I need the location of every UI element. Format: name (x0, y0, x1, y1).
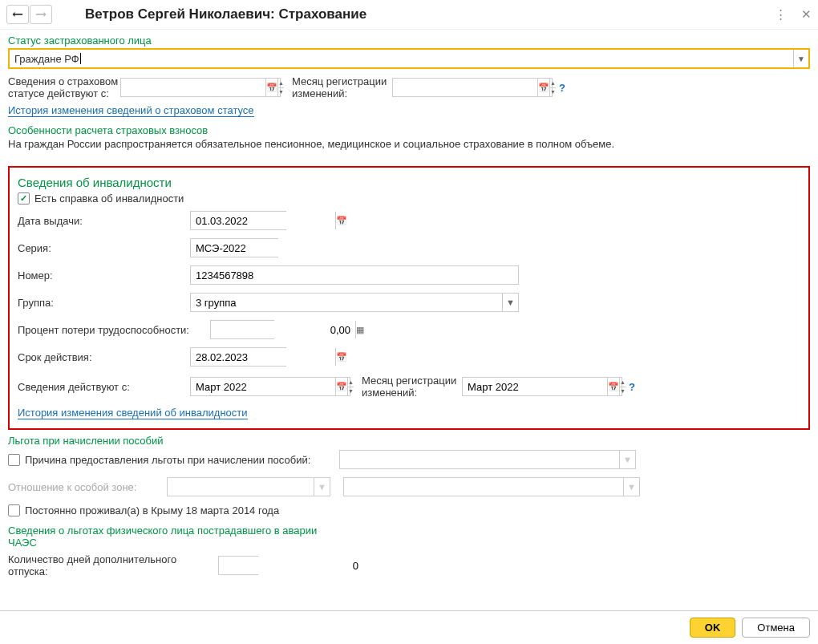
issue-date-input[interactable]: 📅 (190, 211, 286, 230)
group-label: Группа: (18, 297, 190, 309)
has-cert-checkbox[interactable] (18, 192, 30, 205)
calendar-icon[interactable]: 📅 (335, 212, 347, 229)
spin-down-icon[interactable]: ▼ (278, 88, 284, 97)
calendar-icon[interactable]: 📅 (335, 348, 347, 366)
status-change-month-field[interactable] (393, 79, 537, 96)
status-valid-from-field[interactable] (121, 79, 265, 96)
disability-valid-from-label: Сведения действуют с: (18, 381, 190, 393)
calendar-icon[interactable]: 📅 (335, 378, 347, 395)
series-field[interactable] (191, 239, 335, 257)
spin-up-icon[interactable]: ▲ (620, 378, 626, 387)
percent-field[interactable] (211, 321, 355, 338)
zone-dropdown-2[interactable]: ▼ (343, 477, 640, 496)
group-field[interactable] (191, 294, 502, 311)
spin-up-icon[interactable]: ▲ (348, 378, 354, 387)
status-change-month-label: Месяц регистрации изменений: (292, 75, 392, 99)
status-dropdown[interactable]: Граждане РФ ▼ (8, 48, 810, 69)
ok-button[interactable]: OK (690, 618, 736, 638)
series-label: Серия: (18, 242, 190, 254)
help-icon[interactable]: ? (559, 82, 565, 94)
has-cert-label: Есть справка об инвалидности (34, 192, 184, 205)
features-text: На граждан России распространяется обяза… (8, 138, 810, 150)
spin-down-icon[interactable]: ▼ (550, 88, 556, 97)
disability-change-month-label: Месяц регистрации изменений: (362, 375, 462, 399)
disability-valid-from-field[interactable] (191, 378, 335, 395)
status-value: Граждане РФ (14, 53, 79, 65)
spin-down-icon[interactable]: ▼ (348, 387, 354, 396)
disability-change-month-input[interactable]: 📅 ▲ ▼ (462, 377, 622, 396)
chevron-down-icon[interactable]: ▼ (619, 451, 635, 468)
chevron-down-icon[interactable]: ▼ (314, 478, 330, 496)
benefit-reason-label: Причина предоставления льготы при начисл… (25, 454, 339, 466)
benefit-reason-checkbox[interactable] (8, 454, 20, 466)
extra-days-label: Количество дней дополнительного отпуска: (8, 553, 218, 577)
valid-until-label: Срок действия: (18, 351, 190, 363)
spin-down-icon[interactable]: ▼ (620, 387, 626, 396)
disability-section-label: Сведения об инвалидности (18, 176, 800, 189)
valid-until-field[interactable] (191, 348, 335, 366)
number-input[interactable] (190, 265, 519, 285)
percent-label: Процент потери трудоспособности: (18, 324, 210, 336)
status-change-month-input[interactable]: 📅 ▲ ▼ (392, 78, 553, 97)
zone-field-1[interactable] (168, 478, 314, 496)
nav-forward-button[interactable]: 🠖 (30, 5, 52, 24)
series-input[interactable] (190, 238, 278, 257)
calendar-icon[interactable]: 📅 (607, 378, 619, 395)
calendar-icon[interactable]: 📅 (265, 79, 277, 96)
status-history-link[interactable]: История изменения сведений о страховом с… (8, 104, 254, 117)
chevron-down-icon[interactable]: ▼ (794, 50, 808, 67)
help-icon[interactable]: ? (629, 381, 635, 393)
footer: OK Отмена (0, 610, 818, 644)
page-title: Ветров Сергей Николаевич: Страхование (85, 6, 366, 22)
crimea-checkbox[interactable] (8, 504, 20, 516)
number-field[interactable] (191, 266, 518, 284)
benefit-section-label: Льгота при начислении пособий (8, 435, 810, 447)
zone-label: Отношение к особой зоне: (8, 481, 167, 493)
issue-date-label: Дата выдачи: (18, 215, 190, 227)
status-valid-from-input[interactable]: 📅 ▲ ▼ (120, 78, 281, 97)
chaes-label: Сведения о льготах физического лица пост… (8, 525, 329, 549)
status-section-label: Статус застрахованного лица (8, 34, 810, 47)
disability-valid-from-input[interactable]: 📅 ▲ ▼ (190, 377, 350, 396)
number-label: Номер: (18, 269, 190, 281)
cancel-button[interactable]: Отмена (742, 618, 810, 638)
status-valid-from-label: Сведения о страховом статусе действуют с… (8, 75, 120, 99)
benefit-reason-field[interactable] (340, 451, 619, 468)
disability-section: Сведения об инвалидности Есть справка об… (8, 166, 810, 430)
toolbar: 🠔 🠖 Ветров Сергей Николаевич: Страховани… (0, 0, 818, 30)
issue-date-field[interactable] (191, 212, 335, 229)
close-icon[interactable]: ✕ (801, 7, 812, 22)
crimea-label: Постоянно проживал(а) в Крыму 18 марта 2… (25, 504, 279, 516)
valid-until-input[interactable]: 📅 (190, 347, 286, 367)
calendar-icon[interactable]: 📅 (537, 79, 549, 96)
disability-history-link[interactable]: История изменения сведений об инвалиднос… (18, 407, 248, 419)
chevron-down-icon[interactable]: ▼ (623, 478, 639, 496)
features-label: Особенности расчета страховых взносов (8, 124, 810, 136)
zone-dropdown-1[interactable]: ▼ (167, 477, 330, 496)
chevron-down-icon[interactable]: ▼ (502, 294, 518, 311)
percent-input[interactable]: ▦ (210, 320, 274, 339)
extra-days-input[interactable] (218, 556, 258, 575)
nav-back-button[interactable]: 🠔 (6, 5, 29, 24)
zone-field-2[interactable] (344, 478, 623, 496)
spin-up-icon[interactable]: ▲ (550, 79, 556, 88)
spin-up-icon[interactable]: ▲ (278, 79, 284, 88)
disability-change-month-field[interactable] (463, 378, 607, 395)
calculator-icon[interactable]: ▦ (355, 321, 364, 338)
extra-days-field[interactable] (219, 557, 363, 574)
group-dropdown[interactable]: ▼ (190, 293, 519, 312)
benefit-reason-dropdown[interactable]: ▼ (339, 450, 636, 469)
more-icon[interactable]: ⋮ (775, 7, 787, 22)
